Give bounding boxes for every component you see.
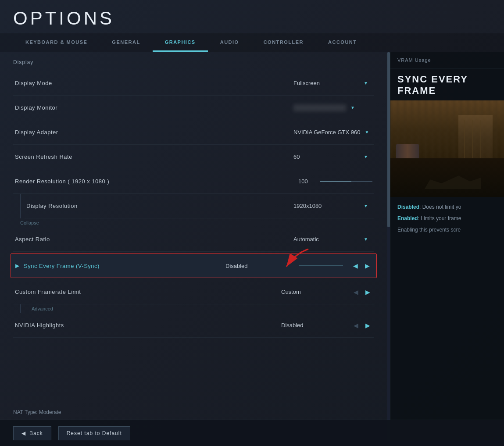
back-button[interactable]: ◀ Back xyxy=(13,426,51,440)
dropdown-aspect-ratio[interactable]: Automatic ▼ xyxy=(293,236,372,243)
setting-display-monitor: Display Monitor ▼ xyxy=(13,96,374,120)
nvidia-highlights-control: Disabled ◀ ▶ xyxy=(281,321,372,330)
desc-disabled: Disabled: Does not limit yo xyxy=(397,203,497,211)
value-display-adapter: NVIDIA GeForce GTX 960 xyxy=(293,129,360,136)
tab-general[interactable]: GENERAL xyxy=(100,33,152,52)
chevron-down-icon: ▼ xyxy=(364,81,368,86)
dropdown-display-monitor[interactable]: ▼ xyxy=(293,104,372,111)
value-render-resolution: 100 xyxy=(298,178,314,185)
value-custom-framerate: Custom xyxy=(281,289,347,295)
framerate-arrow-nav: ◀ ▶ xyxy=(351,288,372,296)
subsection-advanced: Advanced xyxy=(20,304,374,313)
collapse-button[interactable]: Collapse xyxy=(20,218,374,227)
reset-label: Reset tab to Default xyxy=(67,430,122,436)
dropdown-display-adapter[interactable]: NVIDIA GeForce GTX 960 ▼ xyxy=(293,129,372,136)
setting-display-adapter: Display Adapter NVIDIA GeForce GTX 960 ▼ xyxy=(13,120,374,145)
value-display-monitor xyxy=(293,104,346,111)
chevron-down-icon: ▼ xyxy=(364,237,368,242)
highlights-arrow-nav: ◀ ▶ xyxy=(351,321,372,330)
slider-track[interactable] xyxy=(320,181,372,182)
page-title: OPTIONS xyxy=(13,8,491,29)
reset-button[interactable]: Reset tab to Default xyxy=(58,426,130,440)
vsync-control: Disabled ◀ ▶ xyxy=(225,261,372,270)
vram-header: VRAM Usage xyxy=(390,52,504,68)
desc-enabled-text: : Limits your frame xyxy=(418,215,461,221)
tab-controller[interactable]: CONTROLLER xyxy=(251,33,316,52)
tab-account[interactable]: ACCOUNT xyxy=(316,33,369,52)
dropdown-display-mode[interactable]: Fullscreen ▼ xyxy=(293,80,372,86)
main-layout: Display Display Mode Fullscreen ▼ Displa… xyxy=(0,52,504,441)
tab-keyboard[interactable]: KEYBOARD & MOUSE xyxy=(13,33,100,52)
nav-tabs: KEYBOARD & MOUSE GENERAL GRAPHICS AUDIO … xyxy=(0,33,504,52)
custom-framerate-control: Custom ◀ ▶ xyxy=(281,288,372,296)
chevron-down-icon: ▼ xyxy=(365,130,369,135)
label-display-adapter: Display Adapter xyxy=(15,129,58,136)
arrow-left-icon[interactable]: ◀ xyxy=(351,321,361,330)
desc-note: Enabling this prevents scre xyxy=(397,226,497,234)
value-display-resolution: 1920x1080 xyxy=(293,203,359,209)
arrow-right-icon[interactable]: ▶ xyxy=(363,321,372,330)
label-refresh-rate: Screen Refresh Rate xyxy=(15,153,72,160)
scrollbar-thumb[interactable] xyxy=(387,52,390,227)
label-display-resolution: Display Resolution xyxy=(26,203,78,209)
preview-title: SYNC EVERY FRAME xyxy=(390,68,504,100)
setting-render-resolution: Render Resolution ( 1920 x 1080 ) 100 xyxy=(13,169,374,194)
label-nvidia-highlights: NVIDIA Highlights xyxy=(15,322,64,328)
header: OPTIONS xyxy=(0,0,504,29)
label-custom-framerate: Custom Framerate Limit xyxy=(15,289,81,295)
settings-panel[interactable]: Display Display Mode Fullscreen ▼ Displa… xyxy=(0,52,387,441)
bottom-bar: ◀ Back Reset tab to Default xyxy=(0,420,504,446)
label-display-monitor: Display Monitor xyxy=(15,104,57,111)
subsection-display-resolution: Display Resolution 1920x1080 ▼ xyxy=(20,194,374,218)
slider-fill xyxy=(320,181,351,182)
setting-display-resolution: Display Resolution 1920x1080 ▼ xyxy=(25,194,374,218)
arrow-left-icon[interactable]: ◀ xyxy=(351,288,361,296)
value-refresh-rate: 60 xyxy=(293,153,359,160)
arrow-right-icon[interactable]: ▶ xyxy=(363,288,372,296)
value-display-mode: Fullscreen xyxy=(293,80,359,86)
description-area: Disabled: Does not limit yo Enabled: Lim… xyxy=(390,197,504,441)
back-icon: ◀ xyxy=(21,430,26,436)
right-panel: VRAM Usage SYNC EVERY FRAME xyxy=(390,52,504,441)
section-display-header: Display xyxy=(13,52,374,69)
back-label: Back xyxy=(29,430,43,436)
arrow-left-icon[interactable]: ◀ xyxy=(351,261,360,270)
chevron-down-icon: ▼ xyxy=(364,203,368,208)
dropdown-display-resolution[interactable]: 1920x1080 ▼ xyxy=(293,203,372,209)
chevron-down-icon: ▼ xyxy=(350,105,355,110)
advanced-label[interactable]: Advanced xyxy=(32,304,374,313)
arrow-right-icon[interactable]: ▶ xyxy=(363,261,372,270)
setting-vsync: ▶ Sync Every Frame (V-Sync) Disabled ◀ ▶ xyxy=(11,253,377,278)
scene-floor xyxy=(390,158,504,197)
setting-display-mode: Display Mode Fullscreen ▼ xyxy=(13,71,374,96)
nat-type-label: NAT Type: Moderate xyxy=(13,409,61,415)
slider-render-resolution[interactable]: 100 xyxy=(298,178,372,185)
desc-disabled-label: Disabled xyxy=(397,204,419,210)
label-render-resolution: Render Resolution ( 1920 x 1080 ) xyxy=(15,178,109,185)
vsync-arrow-nav: ◀ ▶ xyxy=(351,261,372,270)
tab-graphics[interactable]: GRAPHICS xyxy=(153,33,208,52)
scene-background xyxy=(390,100,504,197)
desc-enabled: Enabled: Limits your frame xyxy=(397,214,497,222)
value-nvidia-highlights: Disabled xyxy=(281,322,347,328)
chevron-down-icon: ▼ xyxy=(364,154,368,159)
dropdown-refresh-rate[interactable]: 60 ▼ xyxy=(293,153,372,160)
label-aspect-ratio: Aspect Ratio xyxy=(15,236,50,243)
tab-audio[interactable]: AUDIO xyxy=(208,33,251,52)
value-vsync: Disabled xyxy=(225,263,291,269)
setting-refresh-rate: Screen Refresh Rate 60 ▼ xyxy=(13,145,374,169)
setting-aspect-ratio: Aspect Ratio Automatic ▼ xyxy=(13,227,374,252)
preview-image xyxy=(390,100,504,197)
desc-enabled-label: Enabled xyxy=(397,215,418,221)
desc-disabled-text: : Does not limit yo xyxy=(419,204,461,210)
setting-nvidia-highlights: NVIDIA Highlights Disabled ◀ ▶ xyxy=(13,313,374,338)
label-display-mode: Display Mode xyxy=(15,80,52,86)
value-aspect-ratio: Automatic xyxy=(293,236,359,243)
page-wrapper: OPTIONS KEYBOARD & MOUSE GENERAL GRAPHIC… xyxy=(0,0,504,446)
label-vsync: Sync Every Frame (V-Sync) xyxy=(24,263,100,269)
cursor-icon: ▶ xyxy=(15,263,19,269)
setting-custom-framerate: Custom Framerate Limit Custom ◀ ▶ xyxy=(13,280,374,304)
